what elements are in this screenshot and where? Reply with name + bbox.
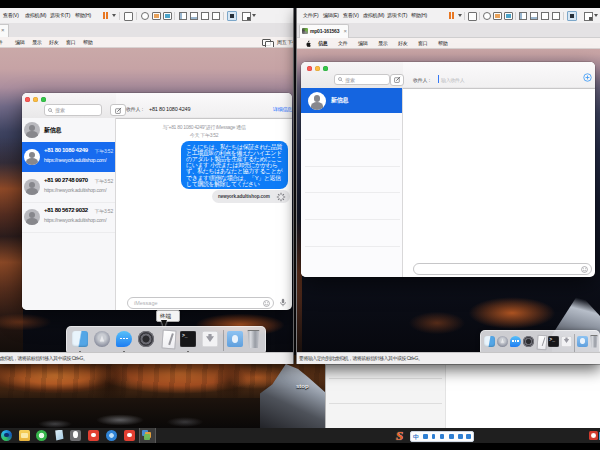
pause-vm-icon[interactable] [103, 11, 111, 20]
dock-icon-launchpad[interactable] [497, 336, 508, 347]
emoji-icon[interactable] [263, 300, 270, 307]
snapshot-manager-icon[interactable] [163, 12, 172, 20]
menu-vm[interactable]: 虚拟机(M) [363, 12, 384, 18]
dock-icon-terminal[interactable] [548, 336, 559, 347]
microphone-icon[interactable] [279, 298, 287, 307]
minimize-window-button[interactable] [315, 66, 320, 71]
menu-help[interactable]: 帮助(H) [75, 12, 91, 18]
sogou-mode-label[interactable]: 中 [413, 433, 419, 442]
dock-icon-preferences[interactable] [138, 331, 154, 347]
console-view-icon[interactable] [227, 11, 237, 21]
sogou-toolbar[interactable]: 中 [410, 431, 474, 442]
sogou-tool-icon[interactable] [423, 434, 428, 439]
sogou-tool-icon[interactable] [432, 434, 435, 439]
show-console-panel-icon[interactable] [530, 12, 538, 20]
menu-file[interactable]: 文件(F) [303, 12, 318, 18]
vm-tab-remnant[interactable]: × [0, 24, 9, 38]
macos-menu-messages-app[interactable]: 信息 [318, 40, 327, 46]
macos-menu-buddies[interactable]: 好友 [49, 39, 58, 45]
snapshot-take-icon[interactable] [493, 12, 502, 20]
snapshot-revert-icon[interactable] [141, 12, 149, 20]
fullscreen-mode-icon[interactable] [201, 12, 209, 20]
taskbar-green-app-icon[interactable] [36, 430, 47, 441]
taskbar-3d-viewer-icon[interactable] [53, 430, 64, 441]
menubar-clock[interactable]: 周五 下午3:52 [277, 39, 293, 45]
macos-menu-buddies[interactable]: 好友 [398, 40, 407, 46]
sogou-input-icon[interactable]: S [396, 428, 403, 444]
minimize-window-button[interactable] [33, 97, 38, 102]
dock-icon-installer[interactable] [202, 331, 218, 347]
compose-button[interactable] [110, 104, 126, 116]
menu-view[interactable]: 查看(V) [343, 12, 359, 18]
pause-dropdown-icon[interactable] [112, 14, 116, 17]
dock-icon-finder[interactable] [484, 336, 495, 347]
dock-icon-terminal[interactable] [180, 331, 196, 347]
dock-icon-messages[interactable] [510, 336, 521, 347]
tab-close-icon[interactable]: × [1, 27, 5, 33]
dock-icon-trash[interactable] [590, 335, 598, 348]
search-input[interactable]: 搜索 [334, 74, 390, 85]
sogou-mic-icon[interactable] [440, 434, 444, 439]
tray-recording-icon[interactable] [589, 431, 598, 440]
fullscreen-mode-icon[interactable] [541, 12, 549, 20]
details-button[interactable]: 详细信息 [273, 106, 292, 112]
conversation-row-new[interactable]: 新信息 [22, 118, 115, 142]
conversation-row-selected[interactable]: 新信息 [301, 88, 402, 113]
dock-icon-installer[interactable] [561, 336, 572, 347]
fullscreen-dropdown-icon[interactable] [252, 14, 256, 17]
tab-close-icon[interactable]: × [343, 28, 347, 34]
sogou-toolbox-icon[interactable] [458, 434, 463, 439]
conversation-row[interactable]: +81 90 2748 0970 下午3:52 https://newyork.… [22, 172, 115, 203]
show-library-icon[interactable] [179, 12, 187, 20]
desktop-stop-label[interactable]: stop [296, 383, 309, 389]
emoji-icon[interactable] [581, 266, 588, 273]
imessage-input[interactable]: iMessage [127, 297, 274, 309]
link-preview-bubble[interactable]: newyork.adultishop.com [212, 190, 290, 203]
macos-menu-edit[interactable]: 编辑 [358, 40, 367, 46]
taskbar-red-app-icon[interactable] [88, 430, 99, 441]
to-value[interactable]: +81 80 1080 4249 [149, 106, 190, 112]
imessage-input[interactable] [413, 263, 592, 275]
menu-tabs[interactable]: 选项卡(T) [387, 12, 407, 18]
macos-menu-window[interactable]: 窗口 [418, 40, 427, 46]
pause-vm-icon[interactable] [449, 11, 457, 20]
dock-icon-preferences[interactable] [523, 336, 534, 347]
zoom-window-button[interactable] [41, 97, 46, 102]
taskbar-edge-icon[interactable] [1, 430, 12, 441]
close-window-button[interactable] [25, 97, 30, 102]
macos-menu-help[interactable]: 帮助 [438, 40, 447, 46]
apple-menu-icon[interactable] [305, 40, 311, 47]
add-recipient-icon[interactable] [583, 73, 592, 82]
snapshot-take-icon[interactable] [152, 12, 161, 20]
compose-button[interactable] [390, 74, 404, 86]
zoom-window-button[interactable] [323, 66, 328, 71]
pause-dropdown-icon[interactable] [458, 14, 462, 17]
unity-mode-icon[interactable] [212, 12, 220, 20]
dock-icon-messages[interactable] [116, 331, 132, 347]
unity-mode-icon[interactable] [552, 12, 560, 20]
dock-icon-downloads[interactable] [227, 331, 243, 347]
taskbar-vmware-icon[interactable] [142, 430, 153, 441]
macos-menu-help[interactable]: 帮助 [83, 39, 92, 45]
taskbar-red-app-2-icon[interactable] [124, 430, 135, 441]
menu-tabs[interactable]: 选项卡(T) [50, 12, 70, 18]
menu-help[interactable]: 帮助(H) [411, 12, 427, 18]
menu-view[interactable]: 查看(V) [3, 12, 19, 18]
close-window-button[interactable] [307, 66, 312, 71]
console-view-icon[interactable] [567, 11, 577, 21]
macos-menu-edit[interactable]: 编辑 [15, 39, 24, 45]
dock-icon-downloads[interactable] [577, 336, 588, 347]
ctrl-alt-del-icon[interactable] [124, 12, 133, 21]
enter-fullscreen-icon[interactable] [242, 12, 251, 21]
menu-vm[interactable]: 虚拟机(M) [25, 12, 46, 18]
show-library-icon[interactable] [519, 12, 527, 20]
sogou-keyboard-icon[interactable] [449, 434, 454, 439]
macos-menu-view[interactable]: 显示 [32, 39, 41, 45]
show-console-panel-icon[interactable] [190, 12, 198, 20]
macos-menu-file[interactable]: 文件 [338, 40, 347, 46]
conversation-row-selected[interactable]: +81 80 1080 4249 下午3:52 https://newyork.… [22, 142, 115, 172]
dock-icon-shredder[interactable] [536, 334, 547, 350]
dock-icon-trash[interactable] [247, 330, 260, 348]
macos-menu-view[interactable]: 显示 [378, 40, 387, 46]
taskbar-apple-app-icon[interactable] [70, 430, 81, 441]
